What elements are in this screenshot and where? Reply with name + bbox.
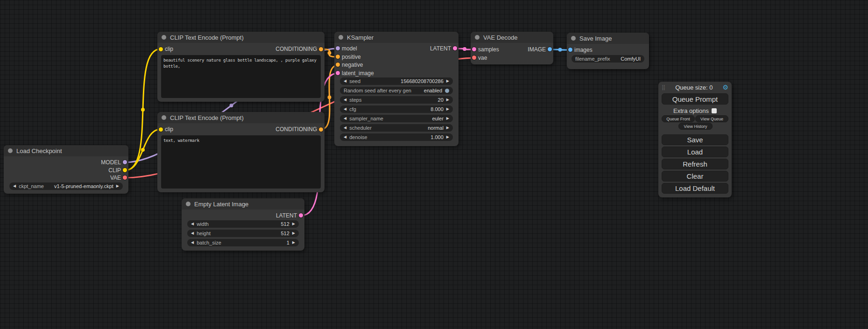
node-title-bar[interactable]: VAE Decode [471, 32, 553, 43]
input-slot-positive[interactable] [336, 55, 340, 59]
output-label-model: MODEL [101, 159, 121, 166]
decrement-arrow-icon[interactable]: ◀ [344, 133, 346, 141]
widget-value: 1 [287, 240, 289, 245]
node-title-bar[interactable]: Load Checkpoint [4, 145, 128, 156]
input-label-images: images [574, 47, 593, 53]
output-slot-clip[interactable] [123, 168, 127, 172]
batch-size-widget[interactable]: ◀ batch_size 1 ▶ [187, 239, 299, 246]
decrement-arrow-icon[interactable]: ◀ [344, 115, 346, 122]
input-label-latent-image: latent_image [342, 70, 374, 77]
sampler-name-widget[interactable]: ◀ sampler_name euler ▶ [340, 115, 453, 122]
output-slot-latent[interactable] [299, 213, 303, 217]
output-slot-vae[interactable] [123, 175, 127, 180]
scheduler-widget[interactable]: ◀ scheduler normal ▶ [340, 124, 453, 132]
widget-label: Random seed after every gen [344, 88, 411, 93]
input-slot-clip[interactable] [159, 47, 163, 51]
increment-arrow-icon[interactable]: ▶ [292, 230, 295, 237]
queue-prompt-button[interactable]: Queue Prompt [662, 93, 728, 105]
node-title-bar[interactable]: Save Image [567, 33, 649, 44]
cfg-widget[interactable]: ◀ cfg 8.000 ▶ [340, 105, 453, 113]
increment-arrow-icon[interactable]: ▶ [292, 239, 295, 246]
prompt-textarea[interactable]: text, watermark [161, 135, 321, 189]
filename-prefix-widget[interactable]: filename_prefix ComfyUI [572, 55, 644, 63]
toggle-knob-icon[interactable] [445, 89, 449, 93]
decrement-arrow-icon[interactable]: ◀ [13, 182, 16, 190]
node-title-bar[interactable]: CLIP Text Encode (Prompt) [157, 32, 325, 43]
queue-menu-panel[interactable]: ⣿ Queue size: 0 ⚙ Queue Prompt Extra opt… [658, 82, 732, 197]
node-status-dot-icon [162, 35, 166, 40]
seed-widget[interactable]: ◀ seed 156680208700286 ▶ [340, 77, 453, 85]
denoise-widget[interactable]: ◀ denoise 1.000 ▶ [340, 133, 453, 141]
decrement-arrow-icon[interactable]: ◀ [344, 96, 346, 104]
output-slot-conditioning[interactable] [319, 127, 323, 132]
random-seed-toggle-widget[interactable]: Random seed after every gen enabled [340, 87, 453, 94]
input-label-negative: negative [342, 62, 363, 68]
widget-label: steps [349, 97, 361, 103]
ckpt-name-widget[interactable]: ◀ ckpt_name v1-5-pruned-emaonly.ckpt ▶ [9, 182, 123, 190]
decrement-arrow-icon[interactable]: ◀ [191, 239, 194, 246]
settings-gear-icon[interactable]: ⚙ [722, 84, 728, 91]
increment-arrow-icon[interactable]: ▶ [446, 96, 449, 104]
decrement-arrow-icon[interactable]: ◀ [344, 124, 346, 132]
increment-arrow-icon[interactable]: ▶ [116, 182, 119, 190]
node-canvas[interactable]: { "colors": { "model": "#B39DDB", "clip"… [0, 0, 868, 329]
node-clip-text-encode-negative[interactable]: CLIP Text Encode (Prompt) clip CONDITION… [157, 112, 325, 192]
extra-options-checkbox[interactable] [712, 108, 717, 113]
output-label-latent: LATENT [430, 45, 451, 52]
increment-arrow-icon[interactable]: ▶ [446, 115, 449, 122]
node-title-bar[interactable]: Empty Latent Image [182, 198, 304, 210]
input-slot-vae[interactable] [472, 56, 476, 60]
input-slot-latent-image[interactable] [336, 71, 340, 75]
input-slot-images[interactable] [568, 48, 572, 52]
node-ksampler[interactable]: KSampler model positive negative latent_… [334, 32, 459, 146]
input-label-vae: vae [478, 55, 487, 61]
output-label-image: IMAGE [528, 46, 546, 53]
view-history-button[interactable]: View History [678, 123, 713, 130]
increment-arrow-icon[interactable]: ▶ [446, 77, 449, 85]
load-default-button[interactable]: Load Default [662, 183, 728, 194]
decrement-arrow-icon[interactable]: ◀ [344, 105, 346, 113]
refresh-button[interactable]: Refresh [662, 159, 728, 169]
widget-label: ckpt_name [19, 183, 44, 189]
clear-button[interactable]: Clear [662, 171, 728, 182]
node-empty-latent-image[interactable]: Empty Latent Image LATENT ◀ width 512 ▶ … [182, 198, 304, 251]
save-button[interactable]: Save [662, 134, 728, 145]
width-widget[interactable]: ◀ width 512 ▶ [187, 220, 299, 228]
node-title-bar[interactable]: CLIP Text Encode (Prompt) [157, 112, 325, 123]
node-title: Empty Latent Image [194, 201, 248, 208]
clip-link-negative [125, 129, 161, 170]
increment-arrow-icon[interactable]: ▶ [446, 105, 449, 113]
node-status-dot-icon [162, 115, 166, 120]
decrement-arrow-icon[interactable]: ◀ [344, 77, 346, 85]
drag-handle-icon[interactable]: ⣿ [662, 84, 665, 91]
widget-label: scheduler [349, 125, 372, 131]
decrement-arrow-icon[interactable]: ◀ [191, 220, 194, 228]
node-load-checkpoint[interactable]: Load Checkpoint MODEL CLIP VAE ◀ ckpt_na… [4, 145, 128, 194]
output-slot-image[interactable] [548, 47, 552, 51]
node-title: CLIP Text Encode (Prompt) [170, 114, 244, 121]
increment-arrow-icon[interactable]: ▶ [446, 124, 449, 132]
model-link-midpoint-dot [230, 104, 233, 107]
node-title-bar[interactable]: KSampler [334, 32, 459, 43]
conditioning-link-negative-midpoint-dot [328, 96, 332, 99]
queue-front-button[interactable]: Queue Front [662, 115, 695, 122]
steps-widget[interactable]: ◀ steps 20 ▶ [340, 96, 453, 104]
view-queue-button[interactable]: View Queue [695, 115, 728, 122]
conditioning-link-positive-midpoint-dot [328, 51, 332, 55]
prompt-textarea[interactable]: beautiful scenery nature glass bottle la… [161, 55, 321, 98]
load-button[interactable]: Load [662, 147, 728, 157]
height-widget[interactable]: ◀ height 512 ▶ [187, 230, 299, 237]
node-save-image[interactable]: Save Image images filename_prefix ComfyU… [567, 33, 649, 69]
node-vae-decode[interactable]: VAE Decode samples vae IMAGE [471, 32, 553, 64]
decrement-arrow-icon[interactable]: ◀ [191, 230, 194, 237]
output-slot-conditioning[interactable] [319, 47, 323, 51]
input-slot-model[interactable] [336, 46, 340, 50]
output-slot-model[interactable] [123, 160, 127, 164]
increment-arrow-icon[interactable]: ▶ [292, 220, 295, 228]
input-slot-samples[interactable] [472, 47, 476, 51]
output-slot-latent[interactable] [453, 46, 457, 50]
input-slot-clip[interactable] [159, 127, 163, 132]
node-clip-text-encode-positive[interactable]: CLIP Text Encode (Prompt) clip CONDITION… [157, 32, 325, 102]
increment-arrow-icon[interactable]: ▶ [446, 133, 449, 141]
input-slot-negative[interactable] [336, 63, 340, 67]
